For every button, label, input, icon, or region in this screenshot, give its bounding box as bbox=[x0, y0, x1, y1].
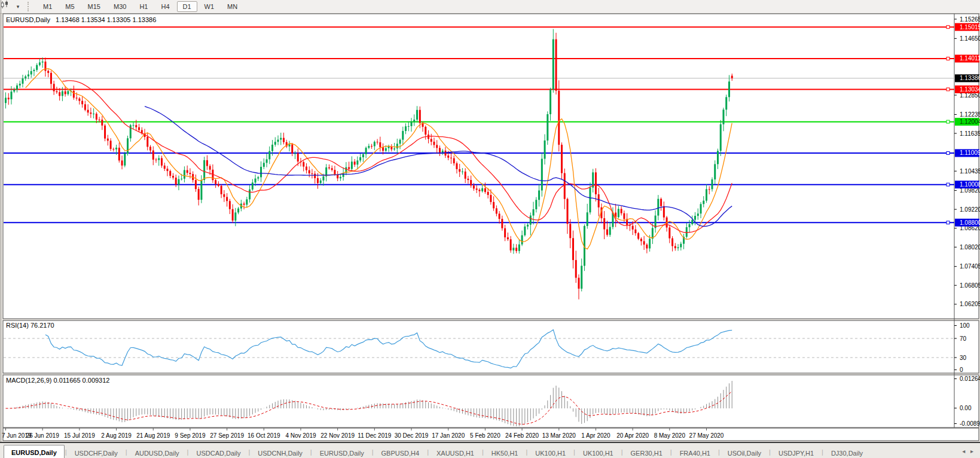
candle-body bbox=[510, 239, 512, 251]
candle-body bbox=[19, 84, 21, 86]
candle-body bbox=[431, 139, 432, 142]
candle-body bbox=[689, 224, 691, 227]
level-price-label[interactable]: 1.13034 bbox=[955, 86, 980, 93]
candle-body bbox=[133, 125, 135, 126]
chart-tab-HK50-H1[interactable]: HK50,H1 bbox=[484, 447, 526, 458]
candle-body bbox=[266, 159, 268, 163]
svg-text:1.08800: 1.08800 bbox=[960, 219, 980, 226]
line-handle[interactable] bbox=[947, 26, 950, 29]
chart-tab-DJ30-Daily[interactable]: DJ30,Daily bbox=[824, 447, 870, 458]
chart-tab-AUDUSD-Daily[interactable]: AUDUSD,Daily bbox=[128, 447, 187, 458]
level-price-label[interactable]: 1.14011 bbox=[955, 54, 980, 62]
candle-body bbox=[10, 91, 12, 99]
panel-border[interactable] bbox=[3, 320, 979, 373]
candle-body bbox=[209, 166, 211, 170]
chart-tab-USDCHF-Daily[interactable]: USDCHF,Daily bbox=[68, 447, 125, 458]
candle-body bbox=[507, 237, 509, 239]
chart-tab-USDJPY-H1[interactable]: USDJPY,H1 bbox=[771, 447, 821, 458]
date-label: 21 Aug 2019 bbox=[136, 432, 170, 439]
candle-body bbox=[575, 260, 577, 278]
candle-body bbox=[22, 78, 23, 84]
panel-border[interactable] bbox=[3, 375, 979, 428]
tab-separator: | bbox=[822, 448, 823, 456]
line-handle[interactable] bbox=[947, 120, 950, 123]
candle-body bbox=[110, 141, 112, 149]
candle-body bbox=[39, 62, 41, 65]
candle-body bbox=[697, 213, 699, 216]
date-label: 16 Oct 2019 bbox=[248, 432, 280, 439]
candle-body bbox=[623, 213, 625, 219]
candle-body bbox=[206, 160, 208, 166]
tab-separator: | bbox=[526, 448, 527, 456]
candle-body bbox=[709, 189, 710, 190]
candle-body bbox=[115, 148, 117, 149]
candle-body bbox=[53, 84, 55, 91]
panel-border[interactable] bbox=[3, 14, 979, 319]
candle-body bbox=[385, 148, 387, 151]
candle-body bbox=[30, 71, 32, 75]
candle-body bbox=[569, 224, 571, 238]
chart-tab-EURUSD-Daily[interactable]: EURUSD,Daily bbox=[4, 445, 65, 458]
candle-body bbox=[368, 146, 370, 148]
candle-body bbox=[221, 186, 222, 194]
candle-body bbox=[609, 227, 611, 235]
level-price-label[interactable]: 1.08800 bbox=[955, 219, 980, 227]
candle-body bbox=[450, 158, 452, 158]
line-handle[interactable] bbox=[947, 221, 950, 224]
tab-separator: | bbox=[187, 448, 189, 456]
line-handle[interactable] bbox=[947, 151, 950, 154]
candle-body bbox=[377, 142, 378, 142]
candle-body bbox=[731, 76, 733, 78]
candle-body bbox=[393, 148, 395, 149]
candle-body bbox=[62, 91, 63, 96]
candle-body bbox=[686, 227, 688, 237]
chevron-left-icon[interactable]: ◂ bbox=[960, 448, 967, 454]
candle-body bbox=[382, 147, 384, 151]
candle-body bbox=[720, 124, 722, 151]
candle-body bbox=[328, 167, 330, 168]
candle-body bbox=[246, 199, 248, 204]
level-price-label[interactable]: 1.11009 bbox=[955, 149, 980, 157]
candle-body bbox=[73, 91, 75, 97]
chart-tab-USDCAD-Daily[interactable]: USDCAD,Daily bbox=[189, 447, 248, 458]
tab-separator: | bbox=[427, 448, 429, 456]
chart-tab-XAUUSD-H1[interactable]: XAUUSD,H1 bbox=[429, 447, 481, 458]
candle-body bbox=[87, 110, 89, 113]
candle-body bbox=[50, 73, 52, 84]
level-price-label[interactable]: 1.15015 bbox=[955, 23, 980, 31]
candle-body bbox=[84, 104, 86, 109]
candle-body bbox=[96, 114, 97, 120]
candle-body bbox=[76, 97, 78, 98]
line-handle[interactable] bbox=[947, 57, 950, 60]
svg-text:1.13386: 1.13386 bbox=[960, 75, 980, 81]
candle-body bbox=[166, 169, 168, 171]
chart-tab-EURUSD-Daily[interactable]: EURUSD,Daily bbox=[313, 447, 371, 458]
svg-text:1.10008: 1.10008 bbox=[960, 181, 980, 188]
chart-tab-UK100-H1[interactable]: UK100,H1 bbox=[576, 447, 621, 458]
candle-body bbox=[181, 179, 182, 179]
chart-tab-USDCNH-Daily[interactable]: USDCNH,Daily bbox=[251, 447, 310, 458]
chart-tab-USOil-Daily[interactable]: USOil,Daily bbox=[721, 447, 768, 458]
chart-tab-FRA40-H1[interactable]: FRA40,H1 bbox=[673, 447, 718, 458]
candle-body bbox=[184, 170, 185, 179]
date-label: 26 Jun 2019 bbox=[26, 432, 59, 439]
candle-body bbox=[634, 230, 636, 233]
line-handle[interactable] bbox=[947, 183, 950, 186]
candle-body bbox=[499, 213, 500, 219]
candle-body bbox=[226, 197, 228, 201]
chevron-right-icon[interactable]: ▸ bbox=[969, 448, 975, 454]
candle-body bbox=[362, 154, 364, 157]
chart-tab-UK100-H1[interactable]: UK100,H1 bbox=[528, 447, 573, 458]
candle-body bbox=[277, 140, 279, 142]
candle-body bbox=[127, 138, 129, 154]
level-price-label[interactable]: 1.10008 bbox=[955, 181, 980, 188]
chart-tab-GBPUSD-H4[interactable]: GBPUSD,H4 bbox=[374, 447, 427, 458]
candle-body bbox=[195, 180, 197, 189]
level-price-label[interactable]: 1.12004 bbox=[955, 118, 980, 126]
chart-tab-GER30-H1[interactable]: GER30,H1 bbox=[624, 447, 670, 458]
current-price-label[interactable]: 1.13386 bbox=[955, 74, 980, 82]
rsi-axis-label: 30 bbox=[960, 355, 967, 361]
candle-body bbox=[303, 162, 304, 166]
macd-axis-label: 0.012645 bbox=[960, 375, 980, 382]
line-handle[interactable] bbox=[947, 88, 950, 91]
